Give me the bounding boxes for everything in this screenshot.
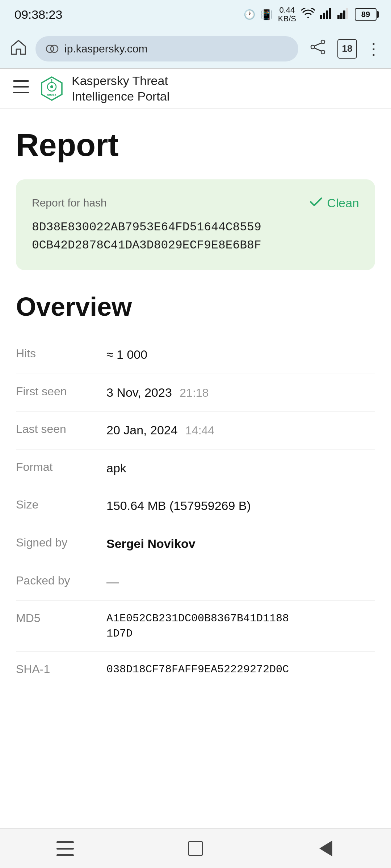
svg-rect-1 [323,13,325,19]
tabs-button[interactable]: 18 [337,39,357,59]
sha1-label: SHA-1 [16,662,96,676]
svg-rect-17 [13,92,29,93]
square-icon [188,841,203,856]
svg-point-10 [321,40,325,44]
battery-indicator: 89 [355,8,377,21]
site-logo: 09938 Kaspersky ThreatIntelligence Porta… [39,73,169,104]
last-seen-time: 14:44 [185,424,214,437]
signal-bars-1-icon [320,8,332,21]
table-row: Packed by — [16,563,375,601]
svg-rect-2 [326,10,328,19]
back-triangle-icon [319,841,332,856]
svg-rect-16 [13,86,29,88]
md5-value: A1E052CB231DC00B8367B41D11881D7D [106,611,289,641]
table-row: Size 150.64 MB (157959269 B) [16,487,375,525]
hash-label: Report for hash [32,197,107,209]
vibrate-icon: 📳 [260,9,273,21]
status-time: 09:38:23 [14,8,62,22]
table-row: First seen 3 Nov, 2023 21:18 [16,374,375,412]
overview-section-title: Overview [16,292,375,322]
svg-rect-25 [56,854,74,856]
last-seen-value: 20 Jan, 2024 14:44 [106,422,214,439]
hash-card-header: Report for hash Clean [32,195,359,210]
svg-point-11 [311,45,315,49]
hash-status: Clean [310,195,359,210]
svg-rect-15 [13,80,29,82]
sha1-value: 038D18CF78FAFF9EA52229272D0C [106,662,289,677]
home-button[interactable] [10,39,27,59]
url-bar[interactable]: ip.kaspersky.com [35,36,298,61]
hamburger-menu-button[interactable] [13,80,29,97]
table-row: Format apk [16,450,375,488]
signed-by-label: Signed by [16,535,96,549]
svg-point-20 [50,85,53,88]
svg-line-14 [315,48,321,51]
signed-by-value: Sergei Novikov [106,535,196,553]
status-icons: 🕐 📳 0.44KB/S [244,6,377,23]
url-security-icon [46,44,59,54]
nav-hamburger-button[interactable] [51,834,80,863]
first-seen-time: 21:18 [180,386,209,399]
hits-value: ≈ 1 000 [106,346,147,363]
format-value: apk [106,460,126,477]
svg-rect-5 [340,13,342,19]
md5-label: MD5 [16,611,96,625]
table-row: MD5 A1E052CB231DC00B8367B41D11881D7D [16,601,375,652]
packed-by-value: — [106,573,119,591]
hash-value: 8D38E830022AB7953E64FD51644C85590CB42D28… [32,218,359,254]
svg-point-9 [51,45,58,52]
first-seen-label: First seen [16,384,96,398]
nav-square-button[interactable] [181,834,210,863]
kaspersky-logo-icon: 09938 [39,76,64,101]
svg-rect-4 [337,15,340,19]
overview-table: Hits ≈ 1 000 First seen 3 Nov, 2023 21:1… [16,336,375,687]
kbps-indicator: 0.44KB/S [278,6,296,23]
wifi-icon [301,8,315,21]
svg-point-8 [46,45,54,52]
site-header: 09938 Kaspersky ThreatIntelligence Porta… [0,69,391,109]
format-label: Format [16,460,96,474]
url-text: ip.kaspersky.com [64,43,148,55]
svg-line-13 [315,43,321,46]
nav-back-button[interactable] [311,834,340,863]
site-title: Kaspersky ThreatIntelligence Portal [72,73,169,104]
table-row: SHA-1 038D18CF78FAFF9EA52229272D0C [16,652,375,687]
size-label: Size [16,497,96,511]
packed-by-label: Packed by [16,573,96,587]
browser-bar: ip.kaspersky.com 18 ⋮ [0,29,391,69]
page-title: Report [16,127,375,163]
svg-rect-3 [329,8,331,19]
svg-rect-23 [56,841,74,843]
hash-status-label: Clean [327,196,359,210]
svg-rect-7 [346,8,348,19]
svg-text:09938: 09938 [47,93,56,97]
table-row: Signed by Sergei Novikov [16,525,375,563]
table-row: Hits ≈ 1 000 [16,336,375,374]
table-row: Last seen 20 Jan, 2024 14:44 [16,412,375,450]
svg-rect-0 [320,15,322,19]
svg-rect-6 [343,10,345,19]
status-bar: 09:38:23 🕐 📳 0.44KB/S [0,0,391,29]
share-button[interactable] [307,39,329,58]
hits-label: Hits [16,346,96,360]
signal-bars-2-icon [337,8,350,21]
alarm-icon: 🕐 [244,9,255,20]
browser-menu-button[interactable]: ⋮ [366,39,381,58]
page-content: Report Report for hash Clean 8D38E830022… [0,109,391,727]
first-seen-value: 3 Nov, 2023 21:18 [106,384,209,401]
svg-rect-24 [56,848,74,850]
last-seen-label: Last seen [16,422,96,436]
size-value: 150.64 MB (157959269 B) [106,497,251,515]
bottom-nav-bar [0,828,391,868]
checkmark-icon [310,195,323,210]
svg-point-12 [321,50,325,54]
hash-card: Report for hash Clean 8D38E830022AB7953E… [16,179,375,270]
